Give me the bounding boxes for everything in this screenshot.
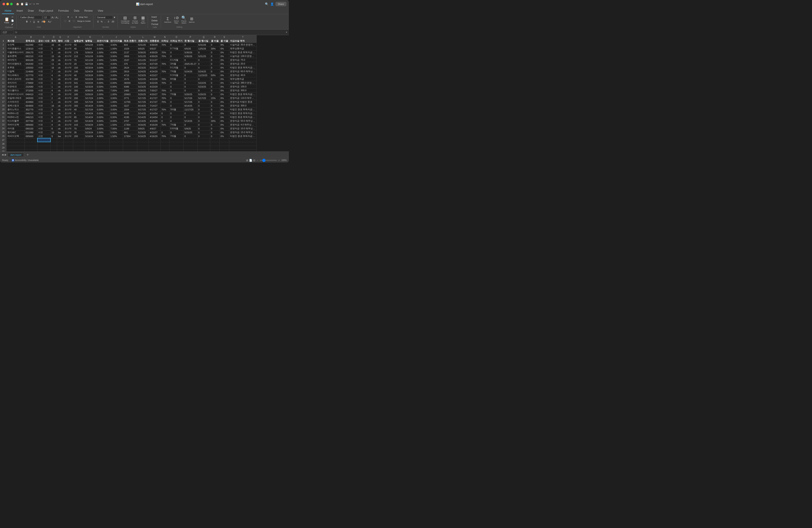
cell-10-R[interactable]: 50%: [210, 73, 219, 77]
col-header-G[interactable]: G: [73, 35, 84, 39]
cell-29-F[interactable]: [64, 146, 73, 149]
sheet-container[interactable]: A B C D E F G H I J K L M N O: [0, 35, 289, 152]
cell-10-C[interactable]: 사모: [38, 73, 50, 77]
font-grow-icon[interactable]: A↑: [52, 16, 55, 19]
cell-1-L[interactable]: 전환시작: [137, 39, 149, 43]
cell-26-C[interactable]: 사모: [38, 134, 50, 138]
cell-7-H[interactable]: 5/27/24: [84, 62, 96, 66]
cell-20-J[interactable]: 0.00%: [110, 112, 123, 115]
cell-25-A[interactable]: 형지I&C: [6, 130, 25, 134]
decrease-decimal-button[interactable]: .00: [111, 20, 115, 23]
cell-27-K[interactable]: [123, 138, 137, 142]
cell-29-R[interactable]: [210, 146, 219, 149]
cell-5-F[interactable]: 코스닥: [64, 54, 73, 58]
cell-4-B[interactable]: 299170: [25, 51, 38, 54]
col-header-O[interactable]: O: [169, 35, 184, 39]
cell-27-T[interactable]: [229, 138, 257, 142]
cell-25-L[interactable]: 5/23/25: [137, 130, 149, 134]
col-header-J[interactable]: J: [110, 35, 123, 39]
cell-8-N[interactable]: [160, 66, 169, 70]
cell-21-O[interactable]: 0: [169, 115, 184, 119]
cell-23-E[interactable]: cb: [57, 123, 64, 127]
cell-17-L[interactable]: 5/17/25: [137, 100, 149, 104]
cell-18-G[interactable]: 300: [73, 104, 84, 108]
cell-13-P[interactable]: 0: [184, 85, 197, 89]
cell-17-S[interactable]: 0%: [219, 100, 229, 104]
cell-29-I[interactable]: [96, 146, 110, 149]
col-header-Q[interactable]: Q: [197, 35, 210, 39]
cell-27-F[interactable]: [64, 138, 73, 142]
cell-24-M[interactable]: 4/9/27: [149, 127, 160, 130]
cell-21-L[interactable]: 5/14/25: [137, 115, 149, 119]
cell-28-F[interactable]: [64, 142, 73, 146]
cell-21-N[interactable]: 0: [160, 115, 169, 119]
cell-25-R[interactable]: 0: [210, 130, 219, 134]
cell-19-M[interactable]: 4/17/27: [149, 108, 160, 112]
cell-12-I[interactable]: 0.00%: [96, 81, 110, 85]
cell-29-N[interactable]: [160, 146, 169, 149]
cell-7-C[interactable]: 사모: [38, 62, 50, 66]
cell-6-D[interactable]: 29: [50, 58, 57, 62]
clipboard-icon[interactable]: 📋: [20, 2, 24, 5]
cell-8-T[interactable]: 타법인 증권 취득자금: 150.: [229, 66, 257, 70]
cell-20-S[interactable]: 0%: [219, 112, 229, 115]
cell-16-B[interactable]: 340930: [25, 96, 38, 100]
cell-19-G[interactable]: 40: [73, 108, 84, 112]
cell-9-J[interactable]: 2.00%: [110, 70, 123, 73]
cell-21-S[interactable]: 0%: [219, 115, 229, 119]
cell-6-F[interactable]: 코스닥: [64, 58, 73, 62]
cell-5-Q[interactable]: 5/31/25: [197, 54, 210, 58]
cell-7-M[interactable]: 4/27/29: [149, 62, 160, 66]
cell-3-Q[interactable]: 12/5/26: [197, 47, 210, 51]
cell-10-O[interactable]: 0 3개월: [169, 73, 184, 77]
cell-3-S[interactable]: 0%: [219, 47, 229, 51]
cell-14-E[interactable]: cb: [57, 89, 64, 92]
font-name-input[interactable]: [19, 15, 42, 19]
maximize-button[interactable]: [10, 3, 13, 5]
cell-25-S[interactable]: 0%: [219, 130, 229, 134]
cell-26-A[interactable]: 차바이오텍: [6, 134, 25, 138]
cell-6-Q[interactable]: 0: [197, 58, 210, 62]
cell-25-I[interactable]: 2.00%: [96, 130, 110, 134]
cell-7-B[interactable]: 042040: [25, 62, 38, 66]
cell-14-M[interactable]: 7/30/27: [149, 89, 160, 92]
cell-11-T[interactable]: 채무상환자금: [229, 77, 257, 81]
cell-18-L[interactable]: 8/14/25: [137, 104, 149, 108]
cell-19-C[interactable]: 사모: [38, 108, 50, 112]
font-shrink-icon[interactable]: A↓: [55, 16, 59, 19]
cell-29-M[interactable]: [149, 146, 160, 149]
cell-20-K[interactable]: 4195: [123, 112, 137, 115]
cell-15-M[interactable]: 4/20/27: [149, 92, 160, 96]
cell-30-B[interactable]: [25, 149, 38, 152]
cell-9-R[interactable]: 0: [210, 70, 219, 73]
cell-10-Q[interactable]: 11/23/25: [197, 73, 210, 77]
cell-24-F[interactable]: 코스닥: [64, 127, 73, 130]
cell-7-S[interactable]: 0%: [219, 62, 229, 66]
cell-6-P[interactable]: 0: [184, 58, 197, 62]
cell-2-R[interactable]: 0: [210, 43, 219, 47]
cell-23-T[interactable]: 운영자금: 4.0 채무상환자금: [229, 123, 257, 127]
cell-8-P[interactable]: 0: [184, 66, 197, 70]
italic-button[interactable]: I: [29, 20, 32, 23]
cell-9-S[interactable]: 0%: [219, 70, 229, 73]
col-header-H[interactable]: H: [84, 35, 96, 39]
cell-19-E[interactable]: cb: [57, 108, 64, 112]
page-layout-icon[interactable]: 📄: [249, 159, 252, 162]
cell-25-E[interactable]: bw: [57, 130, 64, 134]
cell-25-D[interactable]: 10: [50, 130, 57, 134]
cell-29-A[interactable]: [6, 146, 25, 149]
cell-16-F[interactable]: 코스닥: [64, 96, 73, 100]
cell-24-I[interactable]: 3.00%: [96, 127, 110, 130]
cell-2-K[interactable]: 816: [123, 43, 137, 47]
cell-3-P[interactable]: 6/5/25: [184, 47, 197, 51]
cell-7-T[interactable]: 운영자금: 20.0: [229, 62, 257, 66]
cell-2-F[interactable]: 코스닥: [64, 43, 73, 47]
cell-28-H[interactable]: [84, 142, 96, 146]
cell-27-E[interactable]: [57, 138, 64, 142]
cell-18-P[interactable]: 8/14/25: [184, 104, 197, 108]
cell-17-T[interactable]: 운영자금 타법인 증권: [229, 100, 257, 104]
cell-14-T[interactable]: 운영자금: 300.0: [229, 89, 257, 92]
cell-16-Q[interactable]: 5/17/25: [197, 96, 210, 100]
cell-18-A[interactable]: 젬백스링크: [6, 104, 25, 108]
cell-6-C[interactable]: 사모: [38, 58, 50, 62]
